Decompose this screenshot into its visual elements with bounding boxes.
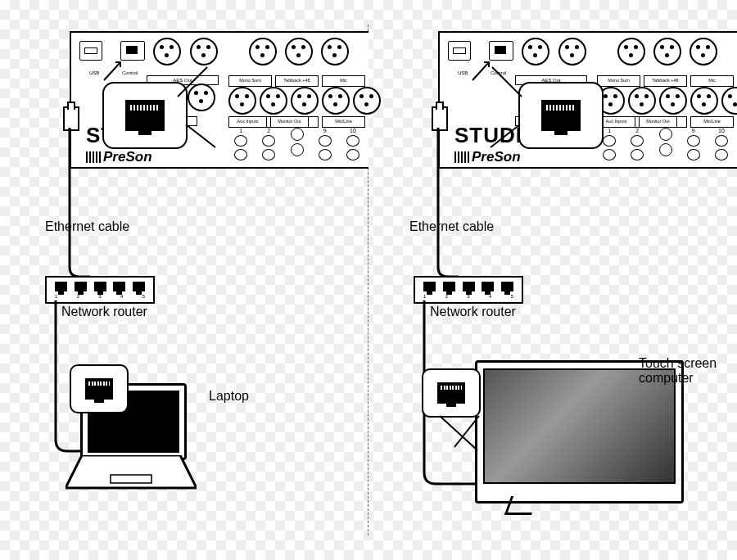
rj45-icon (125, 100, 165, 131)
xlr-icon (260, 87, 287, 115)
touchscreen-label: Touch screen computer (639, 356, 737, 386)
trs-icon (234, 149, 247, 160)
laptop-label: Laptop (209, 389, 249, 404)
ethernet-cable (57, 128, 90, 283)
port-label: Talkback +48 (275, 75, 319, 87)
port-label: Monitor Out (270, 116, 309, 128)
mixer-brand2: PreSon (86, 149, 152, 165)
trs-icon (262, 149, 275, 160)
router-port-icon (113, 282, 125, 291)
router-port-icon (133, 282, 145, 291)
ethernet-cable-label: Ethernet cable (409, 219, 494, 233)
router-port-icon (94, 282, 106, 291)
trs-icon (319, 149, 332, 160)
ethernet-port-callout-small (422, 368, 481, 418)
xlr-icon (690, 38, 717, 65)
trs-icon (234, 135, 247, 147)
xlr-icon (558, 38, 586, 65)
port-label: Mono Sum (228, 75, 272, 87)
ethernet-port-callout (518, 82, 604, 149)
trs-icon (291, 143, 304, 156)
xlr-icon (291, 87, 319, 115)
ethernet-port-callout (102, 82, 188, 149)
xlr-icon (285, 38, 313, 65)
setup-option-touchscreen: USB Control AES Out Main Output Mono Sum… (368, 0, 737, 560)
xlr-icon (522, 38, 549, 65)
xlr-icon (322, 87, 350, 115)
xlr-icon (321, 38, 349, 65)
port-label: Mic/Line (322, 116, 365, 128)
xlr-icon (617, 38, 645, 65)
xlr-icon (653, 38, 681, 65)
setup-option-laptop: USB Control AES Out Main Output Mono Sum… (0, 0, 368, 560)
network-router: 1 2 3 4 5 (414, 276, 523, 304)
trs-icon (319, 135, 332, 147)
xlr-icon (249, 38, 277, 65)
usb-port-icon (448, 41, 471, 61)
router-port-icon (75, 282, 87, 291)
arrow-icon (102, 57, 135, 82)
trs-icon (262, 135, 275, 147)
port-label: Aux Inputs (228, 116, 267, 128)
ethernet-cable (426, 128, 459, 283)
trs-icon (346, 135, 359, 147)
rj45-icon (85, 378, 113, 400)
xlr-icon (228, 87, 256, 115)
xlr-icon (153, 38, 181, 65)
rj45-icon (437, 382, 465, 404)
usb-port-icon (79, 41, 102, 61)
network-router: 1 2 3 4 5 (45, 276, 155, 304)
port-label: Mic (322, 75, 365, 87)
trs-icon (346, 149, 359, 160)
xlr-icon (190, 38, 218, 65)
router-port-icon (55, 282, 67, 291)
ethernet-cable-label: Ethernet cable (45, 219, 129, 233)
ethernet-port-callout-small (70, 364, 129, 413)
trs-icon (291, 128, 304, 141)
usb-label: USB (89, 70, 99, 75)
rj45-icon (541, 100, 581, 131)
